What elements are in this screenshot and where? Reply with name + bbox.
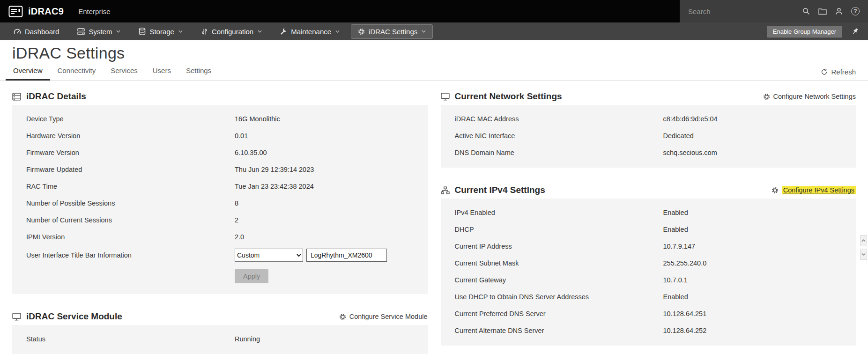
row-label: Current Gateway <box>455 276 663 284</box>
tab-services[interactable]: Services <box>103 63 145 81</box>
refresh-icon <box>821 68 828 75</box>
tab-overview[interactable]: Overview <box>6 63 50 81</box>
card-body: IPv4 Enabled Enabled DHCP Enabled Curren… <box>441 199 856 346</box>
scroll-up-button[interactable] <box>860 235 867 246</box>
row-label: Current Alternate DNS Server <box>455 327 663 334</box>
pin-icon[interactable] <box>850 26 861 37</box>
nav-right: Enable Group Manager <box>767 26 861 37</box>
scrollbar[interactable] <box>860 235 867 260</box>
row-label: Current Subnet Mask <box>455 259 663 267</box>
row-label: IPv4 Enabled <box>455 209 663 216</box>
card-header: iDRAC Details <box>12 88 428 105</box>
card-title: Current Network Settings <box>455 91 562 102</box>
content-area: iDRAC Details Device Type 16G Monolithic… <box>0 81 868 354</box>
help-icon[interactable]: ? <box>851 7 860 15</box>
row-value: Dedicated <box>663 132 694 140</box>
row-label: IPMI Version <box>26 233 235 241</box>
detail-row: Current IP Address 10.7.9.147 <box>441 238 856 255</box>
detail-row: Active NIC Interface Dedicated <box>441 127 856 144</box>
card-idrac-service-module: iDRAC Service Module Configure Service M… <box>12 308 428 354</box>
action-label-highlighted: Configure IPv4 Settings <box>782 186 856 194</box>
card-current-network-settings: Current Network Settings Configure Netwo… <box>441 88 856 168</box>
row-value: Running <box>235 335 260 343</box>
row-label: Number of Current Sessions <box>26 216 235 224</box>
nav-label: iDRAC Settings <box>369 28 417 36</box>
card-header: Current Network Settings Configure Netwo… <box>441 88 856 105</box>
gear-icon <box>763 93 770 100</box>
tabs-bar: Overview Connectivity Services Users Set… <box>0 63 868 81</box>
search-icon[interactable] <box>802 7 810 15</box>
refresh-button[interactable]: Refresh <box>821 68 856 80</box>
nav-item-maintenance[interactable]: Maintenance <box>273 24 347 39</box>
idrac-logo-icon <box>8 6 23 17</box>
server-icon <box>77 28 85 35</box>
folder-icon[interactable] <box>818 8 827 15</box>
detail-row: iDRAC MAC Address c8:4b:d6:9d:e5:04 <box>441 111 856 127</box>
detail-row: IPv4 Enabled Enabled <box>441 204 856 221</box>
apply-button[interactable]: Apply <box>235 269 268 283</box>
configure-service-module-link[interactable]: Configure Service Module <box>339 313 428 320</box>
refresh-label: Refresh <box>831 68 856 76</box>
configure-ipv4-settings-link[interactable]: Configure IPv4 Settings <box>772 186 856 194</box>
row-value: Enabled <box>663 226 688 233</box>
detail-row: IPMI Version 2.0 <box>12 229 428 245</box>
detail-row: Firmware Updated Thu Jun 29 12:39:14 202… <box>12 161 428 178</box>
card-title: iDRAC Details <box>26 91 86 102</box>
detail-row: Use DHCP to Obtain DNS Server Addresses … <box>441 288 856 305</box>
title-bar-info-select[interactable]: Custom <box>235 249 303 262</box>
detail-row: Current Gateway 10.7.0.1 <box>441 272 856 288</box>
title-bar-info-input[interactable] <box>306 249 387 262</box>
card-body: iDRAC MAC Address c8:4b:d6:9d:e5:04 Acti… <box>441 105 856 168</box>
card-header: iDRAC Service Module Configure Service M… <box>12 308 428 325</box>
dashboard-icon <box>14 28 21 35</box>
configure-network-settings-link[interactable]: Configure Network Settings <box>763 93 856 100</box>
card-title: Current IPv4 Settings <box>455 185 545 195</box>
top-bar: iDRAC9 Enterprise ? <box>0 0 868 22</box>
detail-row: Current Alternate DNS Server 10.128.64.2… <box>441 322 856 339</box>
enable-group-manager-button[interactable]: Enable Group Manager <box>767 26 842 37</box>
card-body: Device Type 16G Monolithic Hardware Vers… <box>12 105 428 294</box>
detail-row: DNS Domain Name schq.secious.com <box>441 144 856 161</box>
scroll-down-button[interactable] <box>860 249 867 260</box>
row-value: Enabled <box>663 293 688 301</box>
search-input[interactable] <box>688 7 794 15</box>
row-value: Thu Jun 29 12:39:14 2023 <box>235 166 314 173</box>
nav-item-configuration[interactable]: Configuration <box>194 24 269 39</box>
row-label: Hardware Version <box>26 132 235 140</box>
tab-connectivity[interactable]: Connectivity <box>50 63 104 81</box>
row-value: 8 <box>235 199 238 207</box>
row-label: DNS Domain Name <box>455 149 663 156</box>
sliders-icon <box>201 28 208 35</box>
detail-row: Current Subnet Mask 255.255.240.0 <box>441 255 856 272</box>
row-label: Status <box>26 335 235 343</box>
tab-settings[interactable]: Settings <box>178 63 219 81</box>
detail-row: RAC Time Tue Jan 23 23:42:38 2024 <box>12 178 428 195</box>
apply-row: Apply <box>12 265 428 288</box>
action-label: Configure Network Settings <box>773 93 856 100</box>
card-idrac-details: iDRAC Details Device Type 16G Monolithic… <box>12 88 428 294</box>
card-current-ipv4-settings: Current IPv4 Settings Configure IPv4 Set… <box>441 182 856 346</box>
nav-item-dashboard[interactable]: Dashboard <box>7 24 66 39</box>
nav-item-idrac-settings[interactable]: iDRAC Settings <box>351 24 433 39</box>
detail-row: DHCP Enabled <box>441 221 856 238</box>
row-label: Firmware Version <box>26 149 235 156</box>
detail-row: Current Preferred DNS Server 10.128.64.2… <box>441 305 856 322</box>
user-icon[interactable] <box>835 7 843 15</box>
row-label: Firmware Updated <box>26 166 235 173</box>
wrench-icon <box>280 28 287 35</box>
row-value: 2 <box>235 216 238 224</box>
row-label: Current Preferred DNS Server <box>455 310 663 317</box>
brand-edition: Enterprise <box>78 7 110 15</box>
nav-item-storage[interactable]: Storage <box>132 24 190 39</box>
row-label: Use DHCP to Obtain DNS Server Addresses <box>455 293 663 301</box>
nav-label: Storage <box>149 28 174 36</box>
nav-label: System <box>89 28 112 36</box>
row-value: 10.128.64.252 <box>663 327 707 334</box>
card-header: Current IPv4 Settings Configure IPv4 Set… <box>441 182 856 199</box>
row-label: Current IP Address <box>455 243 663 250</box>
tab-users[interactable]: Users <box>145 63 178 81</box>
nav-item-system[interactable]: System <box>70 24 127 39</box>
monitor-icon <box>12 313 21 321</box>
chevron-down-icon <box>422 30 426 33</box>
left-column: iDRAC Details Device Type 16G Monolithic… <box>12 88 428 354</box>
